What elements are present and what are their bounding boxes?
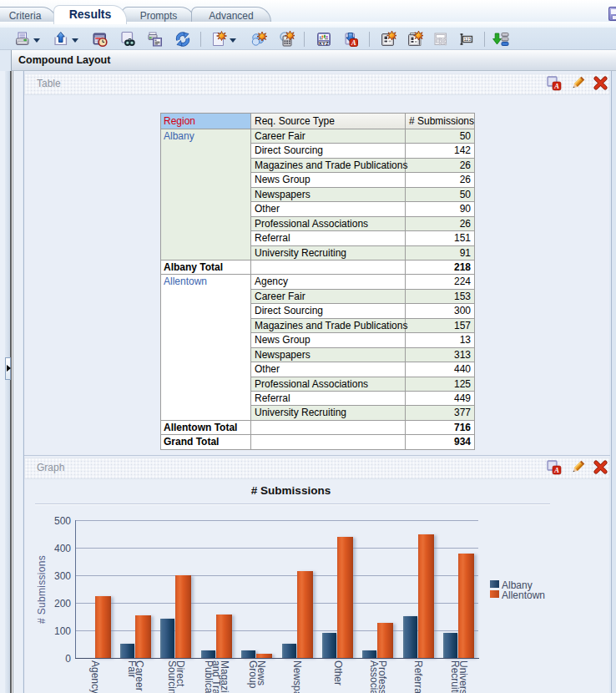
svg-text:XYZ: XYZ xyxy=(319,41,330,46)
svg-text:A: A xyxy=(351,38,356,47)
svg-text:123: 123 xyxy=(464,37,472,42)
svg-text:A: A xyxy=(553,82,559,90)
svg-text:A: A xyxy=(553,466,559,474)
